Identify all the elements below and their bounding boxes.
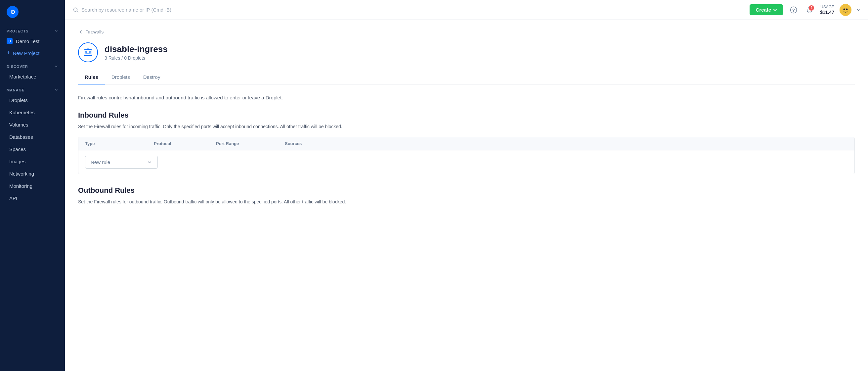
- sidebar-item-volumes[interactable]: Volumes: [3, 119, 62, 131]
- chevron-down-icon: [147, 160, 152, 165]
- logo[interactable]: ⊙: [0, 0, 65, 24]
- sidebar-item-monitoring[interactable]: Monitoring: [3, 180, 62, 192]
- svg-rect-11: [85, 53, 91, 54]
- firewall-tabs: Rules Droplets Destroy: [78, 70, 855, 84]
- inbound-rules-title: Inbound Rules: [78, 111, 855, 120]
- inbound-table-body: New rule: [79, 150, 855, 174]
- notification-count: 2: [809, 5, 814, 10]
- inbound-table-header: Type Protocol Port Range Sources: [79, 137, 855, 150]
- project-icon: D: [7, 38, 12, 44]
- sidebar-item-spaces[interactable]: Spaces: [3, 143, 62, 155]
- chevron-down-icon: [773, 8, 777, 12]
- col-sources: Sources: [285, 141, 848, 146]
- tab-destroy[interactable]: Destroy: [136, 70, 167, 84]
- sidebar-item-api[interactable]: API: [3, 193, 62, 204]
- search-box[interactable]: Search by resource name or IP (Cmd+B): [73, 7, 744, 13]
- col-port-range: Port Range: [216, 141, 282, 146]
- svg-point-5: [840, 4, 851, 16]
- tab-rules[interactable]: Rules: [78, 70, 105, 84]
- main-content: Firewalls disable-ingress 3 Rules / 0 Dr…: [65, 20, 868, 371]
- svg-rect-8: [84, 50, 92, 56]
- back-link[interactable]: Firewalls: [78, 29, 855, 34]
- discover-section-label: DISCOVER: [0, 59, 65, 70]
- new-rule-dropdown[interactable]: New rule: [85, 156, 158, 169]
- main-area: Search by resource name or IP (Cmd+B) Cr…: [65, 0, 868, 371]
- col-protocol: Protocol: [154, 141, 213, 146]
- svg-point-6: [843, 8, 845, 10]
- avatar[interactable]: [840, 4, 851, 16]
- plus-icon: +: [7, 50, 10, 57]
- sidebar-item-kubernetes[interactable]: Kubernetes: [3, 107, 62, 118]
- tab-droplets[interactable]: Droplets: [105, 70, 136, 84]
- topnav-right: Create ? 2 USAGE $11.47: [750, 4, 860, 16]
- sidebar-item-demo-test[interactable]: D Demo Test: [0, 35, 65, 47]
- svg-point-2: [74, 8, 78, 11]
- support-icon[interactable]: ?: [788, 5, 799, 15]
- search-icon: [73, 7, 79, 13]
- svg-rect-10: [89, 51, 91, 53]
- avatar-chevron-icon[interactable]: [857, 8, 860, 11]
- sidebar-item-marketplace[interactable]: Marketplace: [3, 71, 62, 83]
- firewall-icon: [78, 42, 98, 62]
- projects-section-label: PROJECTS: [0, 24, 65, 35]
- firewall-header: disable-ingress 3 Rules / 0 Droplets: [78, 42, 855, 62]
- svg-point-7: [846, 8, 848, 10]
- outbound-rules-title: Outbound Rules: [78, 186, 855, 195]
- svg-text:?: ?: [792, 8, 795, 12]
- sidebar-item-networking[interactable]: Networking: [3, 168, 62, 179]
- search-placeholder: Search by resource name or IP (Cmd+B): [82, 7, 172, 12]
- notifications-icon[interactable]: 2: [804, 5, 815, 15]
- outbound-rules-description: Set the Firewall rules for outbound traf…: [78, 198, 855, 205]
- inbound-rules-description: Set the Firewall rules for incoming traf…: [78, 123, 855, 130]
- svg-text:⊙: ⊙: [10, 9, 15, 15]
- firewall-description: Firewall rules control what inbound and …: [78, 94, 855, 102]
- usage-display: USAGE $11.47: [820, 5, 834, 15]
- create-button[interactable]: Create: [750, 4, 783, 15]
- firewall-info: disable-ingress 3 Rules / 0 Droplets: [104, 44, 168, 61]
- inbound-rules-table: Type Protocol Port Range Sources New rul…: [78, 137, 855, 174]
- back-arrow-icon: [78, 29, 83, 34]
- sidebar-item-droplets[interactable]: Droplets: [3, 94, 62, 106]
- topnav: Search by resource name or IP (Cmd+B) Cr…: [65, 0, 868, 20]
- sidebar: ⊙ PROJECTS D Demo Test + New Project DIS…: [0, 0, 65, 371]
- sidebar-item-new-project[interactable]: + New Project: [0, 47, 65, 59]
- manage-section-label: MANAGE: [0, 83, 65, 94]
- svg-rect-9: [85, 51, 87, 53]
- svg-rect-12: [87, 48, 89, 50]
- col-type: Type: [85, 141, 151, 146]
- sidebar-item-images[interactable]: Images: [3, 156, 62, 167]
- sidebar-item-databases[interactable]: Databases: [3, 131, 62, 143]
